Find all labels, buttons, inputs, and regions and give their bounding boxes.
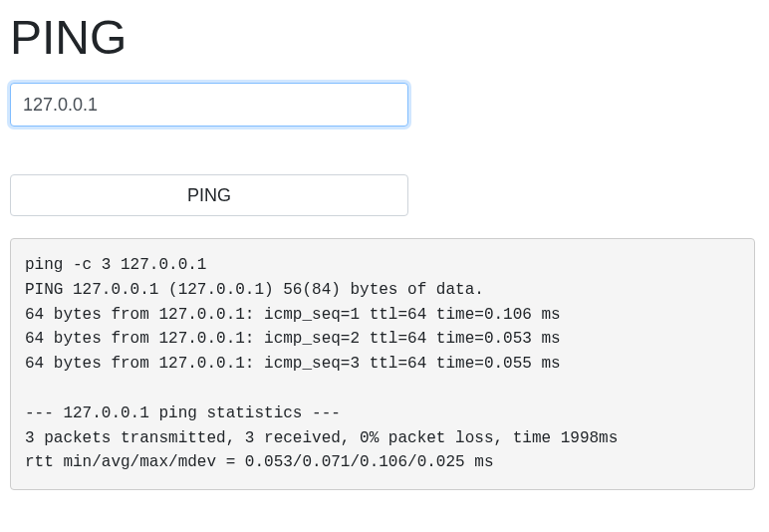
ping-button[interactable]: PING	[10, 174, 408, 216]
ping-output: ping -c 3 127.0.0.1 PING 127.0.0.1 (127.…	[10, 238, 755, 490]
ip-input[interactable]	[10, 83, 408, 127]
page-title: PING	[10, 10, 759, 65]
